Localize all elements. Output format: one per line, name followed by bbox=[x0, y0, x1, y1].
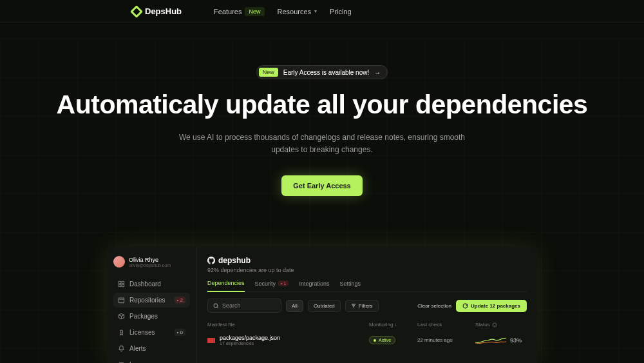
last-check-value: 22 minutes ago bbox=[417, 337, 469, 343]
tab-integrations[interactable]: Integrations bbox=[299, 280, 329, 291]
update-packages-button[interactable]: Update 12 packages bbox=[456, 300, 527, 312]
sidebar-item-alerts[interactable]: Alerts bbox=[113, 341, 190, 356]
search-icon bbox=[213, 303, 219, 309]
package-deps: 17 dependencies bbox=[220, 341, 280, 346]
tab-badge: • 1 bbox=[278, 280, 289, 286]
repo-subtitle: 92% dependencies are up to date bbox=[207, 267, 527, 273]
search-input[interactable]: Search bbox=[207, 299, 281, 313]
chevron-down-icon: ▾ bbox=[314, 8, 317, 14]
status-badge-active: Active bbox=[369, 336, 395, 344]
main-panel: depshub 92% dependencies are up to date … bbox=[197, 247, 537, 363]
info-icon bbox=[492, 322, 497, 328]
brand-name: DepsHub bbox=[145, 6, 182, 16]
toolbar: Search All Outdated Filters Clear select… bbox=[207, 299, 527, 313]
th-monitoring[interactable]: Monitoring ↓ bbox=[369, 322, 411, 328]
bell-icon bbox=[118, 345, 125, 352]
nav-pricing[interactable]: Pricing bbox=[330, 8, 352, 15]
brand-logo[interactable]: DepsHub bbox=[132, 6, 182, 16]
pill-new-badge: New bbox=[259, 68, 278, 77]
svg-point-6 bbox=[214, 304, 218, 308]
sidebar: Olivia Rhye olivia@depshub.com Dashboard… bbox=[107, 247, 197, 363]
arrow-right-icon: → bbox=[374, 69, 381, 76]
tabs: Dependencies Security• 1 Integrations Se… bbox=[207, 280, 527, 292]
sidebar-item-logs[interactable]: Logs bbox=[113, 357, 190, 363]
svg-rect-3 bbox=[122, 284, 124, 286]
filters-button[interactable]: Filters bbox=[345, 300, 379, 312]
status-pct: 93% bbox=[510, 337, 522, 344]
new-badge: New bbox=[245, 7, 264, 16]
tab-dependencies[interactable]: Dependencies bbox=[207, 280, 245, 292]
filter-all[interactable]: All bbox=[286, 300, 303, 312]
svg-rect-1 bbox=[122, 281, 124, 283]
tab-security[interactable]: Security• 1 bbox=[255, 280, 289, 291]
user-profile[interactable]: Olivia Rhye olivia@depshub.com bbox=[113, 256, 190, 268]
top-header: DepsHub Features New Resources ▾ Pricing bbox=[0, 0, 644, 23]
sidebar-item-licenses[interactable]: Licenses • 0 bbox=[113, 325, 190, 340]
nav-resources[interactable]: Resources ▾ bbox=[278, 8, 317, 15]
svg-rect-4 bbox=[118, 298, 124, 303]
filter-icon bbox=[351, 303, 356, 308]
sidebar-item-packages[interactable]: Packages bbox=[113, 309, 190, 324]
package-name: packages/package.json bbox=[220, 335, 280, 341]
npm-icon bbox=[207, 338, 215, 343]
avatar bbox=[113, 256, 125, 268]
hero-section: New Early Access is available now! → Aut… bbox=[0, 23, 644, 196]
license-icon bbox=[118, 329, 125, 336]
announcement-pill[interactable]: New Early Access is available now! → bbox=[256, 65, 388, 79]
th-last-check: Last check bbox=[417, 322, 469, 328]
github-icon bbox=[207, 257, 215, 264]
pill-text: Early Access is available now! bbox=[283, 69, 369, 76]
sidebar-badge: • 0 bbox=[175, 329, 185, 336]
sparkline bbox=[475, 336, 506, 345]
top-nav: Features New Resources ▾ Pricing bbox=[214, 7, 352, 16]
sidebar-item-repositories[interactable]: Repositories • 2 bbox=[113, 293, 190, 308]
dashboard-icon bbox=[118, 280, 125, 288]
sidebar-item-dashboard[interactable]: Dashboard bbox=[113, 277, 190, 291]
th-manifest: Manifest file bbox=[207, 322, 363, 328]
logo-icon bbox=[130, 5, 143, 18]
hero-subtitle: We use AI to process thousands of change… bbox=[174, 132, 470, 156]
svg-rect-0 bbox=[118, 281, 120, 283]
user-name: Olivia Rhye bbox=[129, 257, 171, 263]
app-preview: Olivia Rhye olivia@depshub.com Dashboard… bbox=[107, 247, 537, 363]
repository-icon bbox=[118, 297, 125, 304]
th-status: Status bbox=[475, 322, 527, 328]
table-header: Manifest file Monitoring ↓ Last check St… bbox=[207, 319, 527, 330]
table-row[interactable]: packages/package.json 17 dependencies Ac… bbox=[207, 330, 527, 350]
filter-outdated[interactable]: Outdated bbox=[308, 300, 341, 312]
sidebar-badge: • 2 bbox=[175, 297, 185, 304]
svg-rect-2 bbox=[118, 284, 120, 286]
refresh-icon bbox=[462, 303, 468, 309]
tab-settings[interactable]: Settings bbox=[339, 280, 361, 291]
repo-title: depshub bbox=[207, 256, 527, 265]
user-email: olivia@depshub.com bbox=[129, 263, 171, 268]
clear-selection-button[interactable]: Clear selection bbox=[417, 303, 451, 309]
package-icon bbox=[118, 313, 125, 320]
hero-title: Automaticaly update all your dependencie… bbox=[0, 90, 644, 120]
get-early-access-button[interactable]: Get Early Access bbox=[281, 175, 362, 196]
nav-features[interactable]: Features New bbox=[214, 7, 264, 16]
